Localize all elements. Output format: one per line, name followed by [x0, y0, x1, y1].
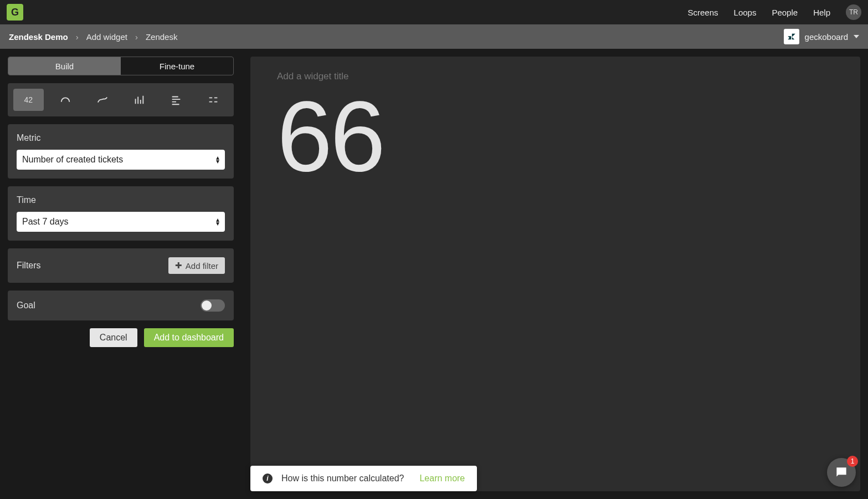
- add-to-dashboard-button[interactable]: Add to dashboard: [144, 328, 234, 347]
- time-select[interactable]: [17, 212, 225, 232]
- toggle-knob: [202, 301, 212, 310]
- learn-more-link[interactable]: Learn more: [419, 473, 465, 483]
- line-chart-icon: [96, 94, 109, 106]
- viz-bar-button[interactable]: [161, 89, 192, 111]
- account-selector[interactable]: geckoboard: [784, 29, 859, 44]
- column-chart-icon: [133, 94, 145, 106]
- widget-preview: 66: [250, 57, 860, 491]
- chevron-right-icon: ›: [135, 32, 138, 42]
- nav-screens[interactable]: Screens: [688, 8, 718, 17]
- tab-finetune[interactable]: Fine-tune: [121, 57, 233, 75]
- app-logo[interactable]: G: [7, 4, 23, 21]
- goal-label: Goal: [17, 301, 35, 310]
- bar-chart-icon: [170, 94, 182, 106]
- user-avatar[interactable]: TR: [846, 4, 861, 20]
- filters-panel: Filters ✚ Add filter: [8, 248, 234, 283]
- nav-people[interactable]: People: [772, 8, 798, 17]
- chevron-down-icon: [854, 35, 859, 38]
- preview-number: 66: [277, 86, 834, 186]
- chat-icon: [834, 465, 849, 480]
- header-left: G: [7, 4, 23, 21]
- viz-type-row: 42: [8, 83, 234, 116]
- chevron-right-icon: ›: [76, 32, 79, 42]
- goal-toggle[interactable]: [201, 299, 225, 312]
- leaderboard-icon: [207, 94, 219, 106]
- gauge-icon: [59, 94, 71, 106]
- metric-label: Metric: [17, 133, 225, 143]
- zendesk-icon: [784, 29, 799, 44]
- callout-text: How is this number calculated?: [281, 473, 404, 483]
- nav-help[interactable]: Help: [813, 8, 830, 17]
- action-buttons: Cancel Add to dashboard: [8, 328, 234, 347]
- chat-badge: 1: [847, 456, 858, 467]
- metric-select[interactable]: [17, 150, 225, 170]
- time-label: Time: [17, 195, 225, 205]
- viz-gauge-button[interactable]: [50, 89, 81, 111]
- top-header: G Screens Loops People Help TR: [0, 0, 868, 24]
- breadcrumb-item-addwidget[interactable]: Add widget: [86, 32, 127, 42]
- main-area: Build Fine-tune 42 Metric: [0, 49, 868, 499]
- config-sidebar: Build Fine-tune 42 Metric: [8, 57, 234, 491]
- info-icon: i: [263, 473, 273, 483]
- preview-column: 66: [250, 57, 860, 491]
- tab-build[interactable]: Build: [8, 57, 121, 75]
- breadcrumb: Zendesk Demo › Add widget › Zendesk: [9, 32, 177, 42]
- breadcrumb-bar: Zendesk Demo › Add widget › Zendesk geck…: [0, 24, 868, 49]
- chat-launcher[interactable]: 1: [827, 458, 856, 487]
- add-filter-button[interactable]: ✚ Add filter: [168, 257, 225, 274]
- nav-loops[interactable]: Loops: [734, 8, 757, 17]
- time-select-wrap: ▴▾: [17, 212, 225, 232]
- plus-icon: ✚: [175, 261, 182, 271]
- add-filter-label: Add filter: [186, 261, 218, 271]
- info-callout: i How is this number calculated? Learn m…: [250, 466, 477, 491]
- time-panel: Time ▴▾: [8, 186, 234, 241]
- filters-label: Filters: [17, 261, 41, 271]
- goal-panel: Goal: [8, 291, 234, 320]
- viz-line-button[interactable]: [87, 89, 117, 111]
- metric-select-wrap: ▴▾: [17, 150, 225, 170]
- viz-number-button[interactable]: 42: [13, 89, 44, 111]
- header-nav: Screens Loops People Help TR: [688, 4, 861, 20]
- metric-panel: Metric ▴▾: [8, 124, 234, 179]
- cancel-button[interactable]: Cancel: [90, 328, 137, 347]
- breadcrumb-item-root[interactable]: Zendesk Demo: [9, 32, 68, 42]
- viz-leaderboard-button[interactable]: [198, 89, 228, 111]
- account-name: geckoboard: [805, 32, 848, 42]
- breadcrumb-item-zendesk[interactable]: Zendesk: [146, 32, 178, 42]
- viz-column-button[interactable]: [124, 89, 155, 111]
- config-tabs: Build Fine-tune: [8, 57, 234, 75]
